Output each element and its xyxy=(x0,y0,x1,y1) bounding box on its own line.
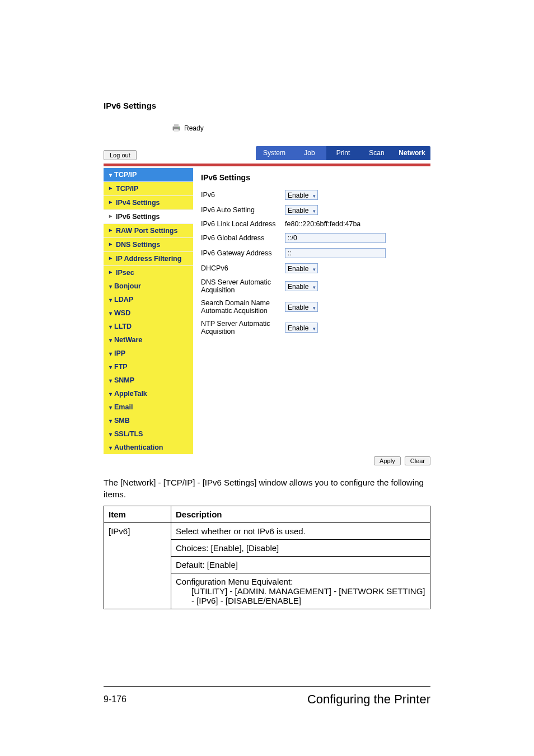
td-desc-0: Select whether or not IPv6 is used. xyxy=(171,523,430,540)
label-ipv6: IPv6 xyxy=(201,191,285,199)
label-ntp-auto: NTP Server Automatic Acquisition xyxy=(201,320,285,335)
select-ipv6-auto[interactable]: Enable xyxy=(285,205,318,215)
printer-status-row: Ready xyxy=(171,124,430,133)
tab-underline xyxy=(104,164,430,166)
input-gateway-addr[interactable] xyxy=(285,248,386,258)
menu-equiv-line-0: [UTILITY] - [ADMIN. MANAGEMENT] - [NETWO… xyxy=(176,586,425,605)
sidebar-group-auth[interactable]: Authentication xyxy=(104,441,193,454)
sidebar-group-appletalk[interactable]: AppleTalk xyxy=(104,387,193,400)
svg-rect-1 xyxy=(174,124,179,127)
sidebar-item-tcpip[interactable]: TCP/IP xyxy=(104,181,193,195)
tab-job[interactable]: Job xyxy=(293,146,326,160)
tab-scan[interactable]: Scan xyxy=(360,146,394,160)
logout-button[interactable]: Log out xyxy=(104,150,137,160)
sidebar-group-ldap[interactable]: LDAP xyxy=(104,293,193,306)
footer-divider xyxy=(104,686,430,687)
sidebar-group-smb[interactable]: SMB xyxy=(104,414,193,427)
sidebar-group-snmp[interactable]: SNMP xyxy=(104,374,193,387)
label-gateway-addr: IPv6 Gateway Address xyxy=(201,249,285,257)
description-text: The [Network] - [TCP/IP] - [IPv6 Setting… xyxy=(104,477,430,500)
sidebar-item-ipv4[interactable]: IPv4 Settings xyxy=(104,195,193,209)
apply-button[interactable]: Apply xyxy=(374,456,401,465)
sidebar-group-netware[interactable]: NetWare xyxy=(104,333,193,347)
sidebar-group-lltd[interactable]: LLTD xyxy=(104,320,193,333)
sidebar-item-ip-filter[interactable]: IP Address Filtering xyxy=(104,251,193,265)
select-ipv6[interactable]: Enable xyxy=(285,190,318,200)
label-dns-auto: DNS Server Automatic Acquisition xyxy=(201,278,285,294)
select-dhcpv6[interactable]: Enable xyxy=(285,263,318,273)
clear-button[interactable]: Clear xyxy=(405,456,430,465)
td-desc-menu-equiv: Configuration Menu Equivalent: [UTILITY]… xyxy=(171,573,430,609)
sidebar-item-ipv6[interactable]: IPv6 Settings xyxy=(104,209,193,223)
label-ipv6-auto: IPv6 Auto Setting xyxy=(201,206,285,214)
value-link-local: fe80::220:6bff:fedd:47ba xyxy=(285,220,360,228)
label-search-domain-auto: Search Domain Name Automatic Acquisition xyxy=(201,299,285,315)
sidebar-group-ftp[interactable]: FTP xyxy=(104,360,193,374)
footer-title: Configuring the Printer xyxy=(307,692,430,707)
input-global-addr[interactable] xyxy=(285,233,386,243)
sidebar-group-tcpip-top[interactable]: TCP/IP xyxy=(104,167,193,181)
tab-bar: System Job Print Scan Network xyxy=(256,146,430,160)
content-title: IPv6 Settings xyxy=(201,173,423,182)
section-heading: IPv6 Settings xyxy=(104,101,430,110)
item-description-table: Item Description [IPv6] Select whether o… xyxy=(104,506,430,609)
td-desc-1: Choices: [Enable], [Disable] xyxy=(171,540,430,557)
printer-status-text: Ready xyxy=(184,124,204,132)
tab-system[interactable]: System xyxy=(256,146,293,160)
th-description: Description xyxy=(171,506,430,523)
select-dns-auto[interactable]: Enable xyxy=(285,281,318,291)
td-desc-2: Default: [Enable] xyxy=(171,557,430,573)
sidebar-group-ssltls[interactable]: SSL/TLS xyxy=(104,427,193,441)
label-dhcpv6: DHCPv6 xyxy=(201,264,285,272)
label-link-local: IPv6 Link Local Address xyxy=(201,220,285,228)
tab-print[interactable]: Print xyxy=(326,146,360,160)
sidebar: TCP/IP TCP/IP IPv4 Settings IPv6 Setting… xyxy=(104,167,193,454)
td-item-ipv6: [IPv6] xyxy=(104,523,171,609)
th-item: Item xyxy=(104,506,171,523)
sidebar-item-raw-port[interactable]: RAW Port Settings xyxy=(104,223,193,237)
label-global-addr: IPv6 Global Address xyxy=(201,234,285,242)
menu-equiv-label: Configuration Menu Equivalent: xyxy=(176,577,293,586)
sidebar-group-email[interactable]: Email xyxy=(104,400,193,414)
sidebar-item-dns[interactable]: DNS Settings xyxy=(104,237,193,251)
sidebar-group-wsd[interactable]: WSD xyxy=(104,306,193,320)
svg-rect-2 xyxy=(174,129,179,132)
page-number: 9-176 xyxy=(104,694,127,704)
select-search-domain-auto[interactable]: Enable xyxy=(285,302,318,312)
select-ntp-auto[interactable]: Enable xyxy=(285,323,318,333)
sidebar-group-bonjour[interactable]: Bonjour xyxy=(104,279,193,293)
printer-icon xyxy=(171,124,182,133)
svg-point-3 xyxy=(179,127,180,128)
tab-network[interactable]: Network xyxy=(394,146,430,160)
sidebar-item-ipsec[interactable]: IPsec xyxy=(104,265,193,279)
sidebar-group-ipp[interactable]: IPP xyxy=(104,347,193,360)
content-pane: IPv6 Settings IPv6 Enable IPv6 Auto Sett… xyxy=(193,167,430,346)
